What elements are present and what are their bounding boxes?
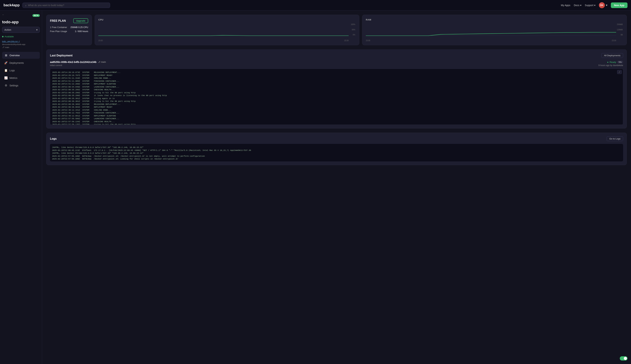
log-line: 2025-02-26T22:57:56.135Z SYSTEM trying t… xyxy=(52,123,621,125)
user-avatar-menu[interactable]: DK ▾ xyxy=(599,2,607,8)
branch-row: ⎇ main xyxy=(2,46,40,48)
expand-log-button[interactable]: ⤢ xyxy=(617,70,622,74)
overview-nav-icon: ⊞ xyxy=(4,54,8,57)
ram-title: RAM xyxy=(366,18,623,21)
logs-nav-icon: 📋 xyxy=(4,69,8,72)
overview-nav-label: Overview xyxy=(10,54,20,57)
sidebar-item-overview[interactable]: ⊞Overview xyxy=(2,52,40,59)
usage-label: Free Plan Usage xyxy=(50,30,67,32)
cpu-x-labels: 23:00 23:30 xyxy=(98,40,356,42)
usage-row: Free Plan Usage 1 / 600 hours xyxy=(50,30,88,32)
deployment-right: ● Ready 59s 9 hours ago by davidekete xyxy=(598,61,623,66)
metrics-nav-label: Metrics xyxy=(10,76,17,80)
deployment-info: aa852fdc-009b-43e2-b4fb-2a12042ce34b ⎇ m… xyxy=(50,61,623,66)
deployment-left: aa852fdc-009b-43e2-b4fb-2a12042ce34b ⎇ m… xyxy=(50,61,106,66)
beta-badge: BETA xyxy=(32,14,40,17)
new-app-button[interactable]: New App xyxy=(611,2,628,8)
status-check-icon: ● xyxy=(607,61,608,64)
log-line: 2025-02-26T22:57:56.134Z SYSTEM CHECKING… xyxy=(52,120,621,123)
all-deployments-button[interactable]: All Deployments xyxy=(602,53,623,58)
deployment-section-header: Last Deployment All Deployments xyxy=(50,53,623,58)
deployments-nav-icon: 🚀 xyxy=(4,61,8,64)
log-line: 2025-02-26T22:08:36.604Z SYSTEM DEPLOYME… xyxy=(52,106,621,109)
deployment-commit-message: initial commit xyxy=(50,64,106,66)
sidebar-item-metrics[interactable]: 📈Metrics xyxy=(2,74,40,81)
docs-chevron-icon: ▾ xyxy=(580,4,582,7)
cpu-card: CPU 100% 50% 0% 23:00 23:30 xyxy=(95,15,359,45)
external-link-icon: ↗ xyxy=(18,40,20,42)
logs-nav-label: Logs xyxy=(10,69,15,72)
cpu-y-labels: 100% 50% 0% xyxy=(351,24,356,36)
log-line: 2025-02-26T22:08:34.940Z SYSTEM LAUNCHIN… xyxy=(52,86,621,88)
container-row: 1 Free Container 256MB 0.25 CPU xyxy=(50,26,88,28)
app-log-line: 2025-02-26T22:57:56.108Z 0d79c9aa /docke… xyxy=(52,155,621,158)
my-apps-link[interactable]: My Apps xyxy=(561,4,570,7)
back-button[interactable]: ← xyxy=(2,13,4,16)
cpu-chart-svg xyxy=(98,24,349,37)
status-text: Available xyxy=(4,35,14,38)
cpu-chart: 100% 50% 0% xyxy=(98,24,356,39)
ram-y-labels: 256MiB 128MiB 0B xyxy=(617,24,623,36)
ram-card: RAM 256MiB 128MiB 0B 23:00 23:30 xyxy=(362,15,627,45)
log-line: 2025-02-26T22:08:35.296Z SYSTEM trying t… xyxy=(52,91,621,94)
deployments-nav-label: Deployments xyxy=(10,62,24,64)
time-badge: 59s xyxy=(617,61,623,64)
sidebar-item-deployments[interactable]: 🚀Deployments xyxy=(2,60,40,66)
search-input[interactable] xyxy=(28,4,108,7)
avatar-chevron-icon: ▾ xyxy=(606,4,607,7)
branch-icon: ⎇ xyxy=(2,46,4,48)
app-log-line: (KHTML, like Gecko) Chrome/133.0.0.0 Saf… xyxy=(52,152,621,155)
support-chevron-icon: ▾ xyxy=(594,4,596,7)
ram-chart: 256MiB 128MiB 0B xyxy=(366,24,623,39)
container-label: 1 Free Container xyxy=(50,26,67,28)
log-line: 2025-02-26T22:08:35.298Z SYSTEM it looks… xyxy=(52,94,621,97)
top-navigation: back4app ⌕ My Apps Docs ▾ Support ▾ DK ▾… xyxy=(0,0,631,10)
action-dropdown[interactable]: Action ▾ xyxy=(2,27,40,33)
docs-link[interactable]: Docs ▾ xyxy=(574,4,582,7)
log-line: 2025-02-26T22:08:35.295Z SYSTEM CHECKING… xyxy=(52,88,621,91)
app-log-line: (KHTML, like Gecko) Chrome/133.0.0.0 Saf… xyxy=(52,146,621,149)
logs-section-header: Logs Go to Logs xyxy=(50,136,623,141)
app-log-line: 2025-02-26T22:09:45.113Z 97ef5a41 172.17… xyxy=(52,149,621,152)
logs-terminal: (KHTML, like Gecko) Chrome/133.0.0.0 Saf… xyxy=(50,144,623,162)
deployment-log-terminal: 2025-02-26T14:20:16.673Z SYSTEM RELEASIN… xyxy=(50,69,623,125)
search-icon: ⌕ xyxy=(25,4,26,7)
logs-section-title: Logs xyxy=(50,137,56,140)
settings-nav-icon: ⚙ xyxy=(4,84,8,87)
plan-card: FREE PLAN Upgrade 1 Free Container 256MB… xyxy=(46,15,92,45)
log-line: 2025-02-26T22:40:12.702Z SYSTEM FINISHIN… xyxy=(52,112,621,114)
app-directory: devcontents/d4yu/todo-app xyxy=(2,43,40,46)
metrics-nav-icon: 📈 xyxy=(4,76,8,80)
usage-value: 1 / 600 hours xyxy=(75,30,88,32)
deployment-section-title: Last Deployment xyxy=(50,54,72,57)
sidebar-nav: ⊞Overview🚀Deployments📋Logs📈Metrics⚙Setti… xyxy=(2,52,40,89)
cards-row: FREE PLAN Upgrade 1 Free Container 256MB… xyxy=(46,15,627,45)
search-bar[interactable]: ⌕ xyxy=(22,3,110,8)
app-log-line: 2025-02-26T22:57:56.108Z 0d79c9aa /docke… xyxy=(52,158,621,160)
back-arrow-icon: ← xyxy=(2,13,4,16)
app-url-link[interactable]: todo...app.b4a.run ↗ xyxy=(2,40,40,42)
settings-nav-label: Settings xyxy=(10,84,18,87)
app-title: todo-app xyxy=(2,20,40,24)
goto-logs-button[interactable]: Go to Logs xyxy=(607,136,623,141)
container-value: 256MB 0.25 CPU xyxy=(70,26,88,28)
sidebar-item-logs[interactable]: 📋Logs xyxy=(2,67,40,74)
upgrade-button[interactable]: Upgrade xyxy=(73,18,88,23)
log-line: 2025-02-26T22:40:12.891Z SYSTEM DEPLOYME… xyxy=(52,114,621,118)
cpu-title: CPU xyxy=(98,18,356,21)
deployment-status: ● Ready 59s xyxy=(598,61,623,64)
action-label: Action xyxy=(4,28,11,31)
deployment-log-container: 2025-02-26T14:20:16.673Z SYSTEM RELEASIN… xyxy=(50,69,623,125)
branch-icon-deploy: ⎇ xyxy=(98,61,100,63)
log-line: 2025-02-26T14:20:16.797Z SYSTEM DEPLOYME… xyxy=(52,74,621,77)
log-line: 2025-02-26T14:51:11.985Z SYSTEM FINISHIN… xyxy=(52,80,621,83)
toggle-switch[interactable] xyxy=(620,356,628,360)
branch-name: main xyxy=(5,46,9,48)
status-row: Available xyxy=(2,35,40,38)
log-line: 2025-02-26T22:08:36.305Z SYSTEM RELEASIN… xyxy=(52,103,621,106)
support-link[interactable]: Support ▾ xyxy=(585,4,596,7)
sidebar-item-settings[interactable]: ⚙Settings xyxy=(2,82,40,89)
log-line: 2025-02-26T22:57:55.506Z SYSTEM LAUNCHIN… xyxy=(52,117,621,120)
avatar: DK xyxy=(599,2,605,8)
last-deployment-section: Last Deployment All Deployments aa852fdc… xyxy=(46,50,627,128)
